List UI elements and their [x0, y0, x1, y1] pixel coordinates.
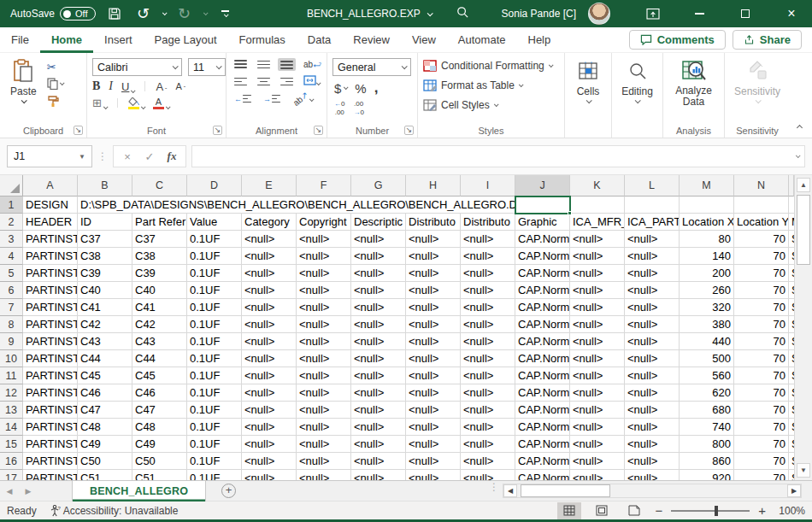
zoom-level[interactable]: 100%: [774, 505, 805, 517]
cell-H12[interactable]: <null>: [406, 384, 461, 402]
cell-K17[interactable]: <null>: [570, 470, 625, 480]
cell-D7[interactable]: 0.1UF: [187, 299, 242, 316]
cell-M10[interactable]: 500: [680, 350, 734, 367]
font-size-select[interactable]: 11: [188, 58, 226, 76]
cell-B11[interactable]: C45: [78, 367, 132, 384]
cell-N3[interactable]: 70: [734, 231, 789, 248]
cell-C16[interactable]: C50: [132, 453, 187, 470]
cell-E14[interactable]: <null>: [242, 419, 297, 436]
font-color-button[interactable]: A: [153, 97, 169, 109]
row-header-8[interactable]: 8: [0, 316, 23, 333]
cell-D8[interactable]: 0.1UF: [187, 316, 242, 333]
title-dropdown-icon[interactable]: [427, 10, 432, 16]
cell-E11[interactable]: <null>: [242, 367, 297, 384]
cell-N7[interactable]: 70: [734, 299, 789, 316]
cell-L1[interactable]: [625, 196, 680, 214]
cell-F3[interactable]: <null>: [297, 231, 351, 248]
cell-A3[interactable]: PARTINST: [23, 231, 78, 248]
cell-H17[interactable]: <null>: [406, 470, 461, 480]
cell-I14[interactable]: <null>: [461, 419, 515, 436]
cell-G10[interactable]: <null>: [351, 350, 406, 367]
account-name[interactable]: Sonia Pande [C]: [502, 8, 576, 20]
cell-B15[interactable]: C49: [78, 436, 132, 453]
cell-M14[interactable]: 740: [680, 419, 734, 436]
cell-A11[interactable]: PARTINST: [23, 367, 78, 384]
cell-K3[interactable]: <null>: [570, 231, 625, 248]
cell-A12[interactable]: PARTINST: [23, 384, 78, 402]
cell-D10[interactable]: 0.1UF: [187, 350, 242, 367]
cell-A17[interactable]: PARTINST: [23, 470, 78, 480]
cell-N11[interactable]: 70: [734, 367, 789, 384]
cell-J9[interactable]: CAP.Norm: [515, 333, 570, 350]
cell-F11[interactable]: <null>: [297, 367, 351, 384]
cell-J17[interactable]: CAP.Norm: [515, 470, 570, 480]
cell-D11[interactable]: 0.1UF: [187, 367, 242, 384]
comments-button[interactable]: Comments: [629, 30, 726, 50]
column-header-L[interactable]: L: [625, 175, 680, 196]
cell-overflow-10[interactable]: S: [789, 350, 795, 367]
cell-I8[interactable]: <null>: [461, 316, 515, 333]
cell-J6[interactable]: CAP.Norm: [515, 282, 570, 299]
cell-D3[interactable]: 0.1UF: [187, 231, 242, 248]
font-dialog-launcher[interactable]: ↘: [213, 126, 222, 135]
cell-I7[interactable]: <null>: [461, 299, 515, 316]
cell-N8[interactable]: 70: [734, 316, 789, 333]
sensitivity-button[interactable]: Sensitivity: [729, 56, 786, 122]
save-button[interactable]: [104, 3, 125, 24]
increase-decimal-button[interactable]: ←0.00: [334, 100, 344, 117]
cell-M6[interactable]: 260: [680, 282, 734, 299]
cell-C13[interactable]: C47: [132, 402, 187, 419]
cell-K10[interactable]: <null>: [570, 350, 625, 367]
cell-L2[interactable]: ICA_PART: [625, 214, 680, 231]
cell-K16[interactable]: <null>: [570, 453, 625, 470]
cell-C17[interactable]: C51: [132, 470, 187, 480]
cell-B17[interactable]: C51: [78, 470, 132, 480]
cell-J8[interactable]: CAP.Norm: [515, 316, 570, 333]
cell-H15[interactable]: <null>: [406, 436, 461, 453]
tab-page-layout[interactable]: Page Layout: [144, 27, 228, 53]
scroll-left-icon[interactable]: ◀: [503, 484, 517, 497]
cell-M3[interactable]: 80: [680, 231, 734, 248]
cell-B2[interactable]: ID: [78, 214, 132, 231]
cell-N16[interactable]: 70: [734, 453, 789, 470]
editing-dropdown-icon[interactable]: [635, 97, 641, 103]
cell-G5[interactable]: <null>: [351, 265, 406, 282]
cell-L10[interactable]: <null>: [625, 350, 680, 367]
cell-K5[interactable]: <null>: [570, 265, 625, 282]
cell-K14[interactable]: <null>: [570, 419, 625, 436]
cell-L11[interactable]: <null>: [625, 367, 680, 384]
cell-A14[interactable]: PARTINST: [23, 419, 78, 436]
insert-function-button[interactable]: fx: [162, 150, 182, 163]
cell-F12[interactable]: <null>: [297, 384, 351, 402]
tab-automate[interactable]: Automate: [447, 27, 517, 53]
cell-N9[interactable]: 70: [734, 333, 789, 350]
cell-F10[interactable]: <null>: [297, 350, 351, 367]
clipboard-dialog-launcher[interactable]: ↘: [74, 126, 83, 135]
cell-H6[interactable]: <null>: [406, 282, 461, 299]
merge-center-button[interactable]: [301, 73, 322, 90]
cell-A1[interactable]: DESIGN: [23, 196, 78, 214]
row-header-2[interactable]: 2: [0, 214, 23, 231]
cell-B13[interactable]: C47: [78, 402, 132, 419]
underline-button[interactable]: U: [121, 80, 134, 93]
cell-K8[interactable]: <null>: [570, 316, 625, 333]
cell-H8[interactable]: <null>: [406, 316, 461, 333]
cell-A4[interactable]: PARTINST: [23, 248, 78, 265]
cell-E17[interactable]: <null>: [242, 470, 297, 480]
cell-H4[interactable]: <null>: [406, 248, 461, 265]
accounting-format-button[interactable]: $: [334, 81, 341, 96]
cell-A16[interactable]: PARTINST: [23, 453, 78, 470]
cell-G12[interactable]: <null>: [351, 384, 406, 402]
cell-E9[interactable]: <null>: [242, 333, 297, 350]
cell-styles-button[interactable]: Cell Styles: [423, 96, 559, 114]
cell-K4[interactable]: <null>: [570, 248, 625, 265]
cell-E3[interactable]: <null>: [242, 231, 297, 248]
cell-E13[interactable]: <null>: [242, 402, 297, 419]
cell-overflow-17[interactable]: S: [789, 470, 795, 480]
cell-M5[interactable]: 200: [680, 265, 734, 282]
italic-button[interactable]: I: [109, 79, 113, 93]
accessibility-status[interactable]: ? Accessibility: Unavailable: [50, 505, 179, 517]
cell-G13[interactable]: <null>: [351, 402, 406, 419]
cell-N2[interactable]: Location Y: [734, 214, 789, 231]
normal-view-button[interactable]: [557, 502, 581, 519]
